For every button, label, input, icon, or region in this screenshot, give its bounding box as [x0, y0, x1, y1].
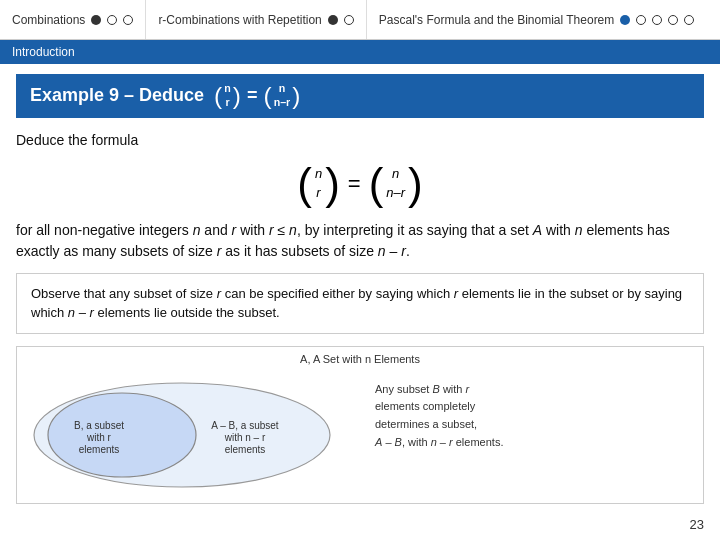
svg-text:A – B, a subset: A – B, a subset — [211, 420, 278, 431]
nav-label-combinations: Combinations — [12, 13, 85, 27]
nav-section-pascals[interactable]: Pascal's Formula and the Binomial Theore… — [367, 0, 707, 39]
svg-text:elements: elements — [79, 444, 120, 455]
dot-6 — [620, 15, 630, 25]
sub-nav-label: Introduction — [12, 45, 75, 59]
dot-8 — [652, 15, 662, 25]
dot-9 — [668, 15, 678, 25]
formula-equals: = — [348, 171, 361, 197]
dot-2 — [107, 15, 117, 25]
dot-1 — [91, 15, 101, 25]
dot-3 — [123, 15, 133, 25]
diagram-title: A, A Set with n Elements — [300, 353, 420, 365]
svg-text:with n – r: with n – r — [224, 432, 266, 443]
svg-text:with r: with r — [86, 432, 112, 443]
formula-intro-text: Deduce the formula — [16, 130, 704, 152]
main-content: Example 9 – Deduce ( n r ) = ( n n–r ) D… — [0, 64, 720, 522]
formula-binom2: ( n n–r ) — [369, 162, 423, 206]
diagram-svg: B, a subset with r elements A – B, a sub… — [27, 373, 357, 493]
example-title-bar: Example 9 – Deduce ( n r ) = ( n n–r ) — [16, 74, 704, 118]
dot-4 — [328, 15, 338, 25]
svg-text:B, a subset: B, a subset — [74, 420, 124, 431]
dot-5 — [344, 15, 354, 25]
example-title-text: Example 9 – Deduce — [30, 85, 214, 106]
dot-7 — [636, 15, 646, 25]
title-binom1: ( n r ) — [214, 82, 241, 110]
equals-sign: = — [247, 85, 258, 106]
title-binom2: ( n n–r ) — [263, 82, 300, 110]
body-text: for all non-negative integers n and r wi… — [16, 220, 704, 263]
observation-box: Observe that any subset of size r can be… — [16, 273, 704, 334]
diagram-area: A, A Set with n Elements B, a subset wit… — [16, 346, 704, 504]
sub-nav: Introduction — [0, 40, 720, 64]
observation-text: Observe that any subset of size r can be… — [31, 286, 682, 321]
nav-bar: Combinations r-Combinations with Repetit… — [0, 0, 720, 40]
nav-label-pascals: Pascal's Formula and the Binomial Theore… — [379, 13, 615, 27]
dot-10 — [684, 15, 694, 25]
svg-point-1 — [48, 393, 196, 477]
formula-display: ( n r ) = ( n n–r ) — [16, 162, 704, 206]
nav-section-combinations[interactable]: Combinations — [0, 0, 146, 39]
formula-binom1: ( n r ) — [297, 162, 340, 206]
diagram-note: Any subset B with r elements completely … — [375, 381, 503, 451]
nav-label-r-combinations: r-Combinations with Repetition — [158, 13, 321, 27]
svg-text:elements: elements — [225, 444, 266, 455]
nav-section-r-combinations[interactable]: r-Combinations with Repetition — [146, 0, 366, 39]
page-number: 23 — [690, 517, 704, 532]
